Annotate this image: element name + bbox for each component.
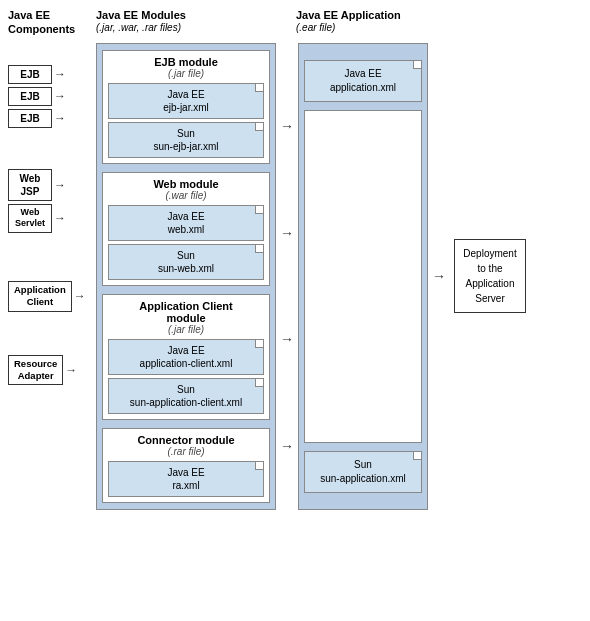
deployment-column: Deploymentto theApplicationServer — [450, 43, 530, 510]
mod-app-arrow-4: → — [280, 438, 294, 454]
app-client-module: Application Clientmodule (.jar file) Jav… — [102, 294, 270, 420]
mod-app-arrow-1: → — [280, 118, 294, 134]
app-to-deploy-arrow-col: → — [428, 43, 450, 510]
resource-adapter-component: ResourceAdapter — [8, 355, 63, 386]
web-file-2: Sun sun-web.xml — [108, 244, 264, 280]
modules-column: EJB module (.jar file) Java EE ejb-jar.x… — [96, 43, 276, 510]
app-doc-2: Sun sun-application.xml — [304, 451, 422, 493]
connector-file-1: Java EE ra.xml — [108, 461, 264, 497]
ejb1-component: EJB — [8, 65, 52, 84]
web-file-1: Java EE web.xml — [108, 205, 264, 241]
ejb-file-1: Java EE ejb-jar.xml — [108, 83, 264, 119]
ejb-module: EJB module (.jar file) Java EE ejb-jar.x… — [102, 50, 270, 164]
web-module: Web module (.war file) Java EE web.xml S… — [102, 172, 270, 286]
ear-container — [304, 110, 422, 443]
app-client-file-2: Sun sun-application-client.xml — [108, 378, 264, 414]
web-servlet-component: WebServlet — [8, 204, 52, 233]
web-module-sub: (.war file) — [108, 190, 264, 201]
web-jsp-arrow: → — [54, 178, 66, 192]
ejb-group: EJB → EJB → EJB → — [8, 43, 92, 131]
ejb-module-title: EJB module — [108, 56, 264, 68]
components-header: Java EE Components — [8, 8, 96, 37]
app-client-module-title: Application Clientmodule — [108, 300, 264, 324]
connector-module: Connector module (.rar file) Java EE ra.… — [102, 428, 270, 503]
app-client-arrow: → — [74, 289, 86, 303]
modules-header: Java EE Modules (.jar, .war, .rar files) — [96, 8, 276, 37]
mod-app-arrow-3: → — [280, 331, 294, 347]
components-column: EJB → EJB → EJB → WebJSP → — [8, 43, 96, 510]
resource-adapter-group: ResourceAdapter → — [8, 325, 92, 389]
ejb3-arrow: → — [54, 111, 66, 125]
deployment-label: Deploymentto theApplicationServer — [460, 246, 520, 306]
ejb1-arrow: → — [54, 67, 66, 81]
app-client-component: ApplicationClient — [8, 281, 72, 312]
connector-module-title: Connector module — [108, 434, 264, 446]
app-deploy-arrow: → — [432, 268, 446, 284]
application-header: Java EE Application (.ear file) — [296, 8, 426, 37]
connector-module-sub: (.rar file) — [108, 446, 264, 457]
web-group: WebJSP → WebServlet → — [8, 141, 92, 236]
mod-app-arrow-2: → — [280, 225, 294, 241]
modules-to-app-arrows: → → → → — [276, 43, 298, 510]
ejb-file-2: Sun sun-ejb-jar.xml — [108, 122, 264, 158]
web-jsp-component: WebJSP — [8, 169, 52, 201]
app-doc-1: Java EE application.xml — [304, 60, 422, 102]
ejb2-arrow: → — [54, 89, 66, 103]
ejb2-component: EJB — [8, 87, 52, 106]
web-servlet-arrow: → — [54, 211, 66, 225]
application-column: Java EE application.xml Sun sun-applicat… — [298, 43, 428, 510]
diagram-page: Java EE Components Java EE Modules (.jar… — [0, 0, 590, 621]
ejb3-component: EJB — [8, 109, 52, 128]
app-client-module-sub: (.jar file) — [108, 324, 264, 335]
app-client-file-1: Java EE application-client.xml — [108, 339, 264, 375]
deployment-box: Deploymentto theApplicationServer — [454, 239, 526, 313]
web-module-title: Web module — [108, 178, 264, 190]
resource-adapter-arrow: → — [65, 363, 77, 377]
ejb-module-sub: (.jar file) — [108, 68, 264, 79]
app-client-group: ApplicationClient → — [8, 246, 92, 315]
